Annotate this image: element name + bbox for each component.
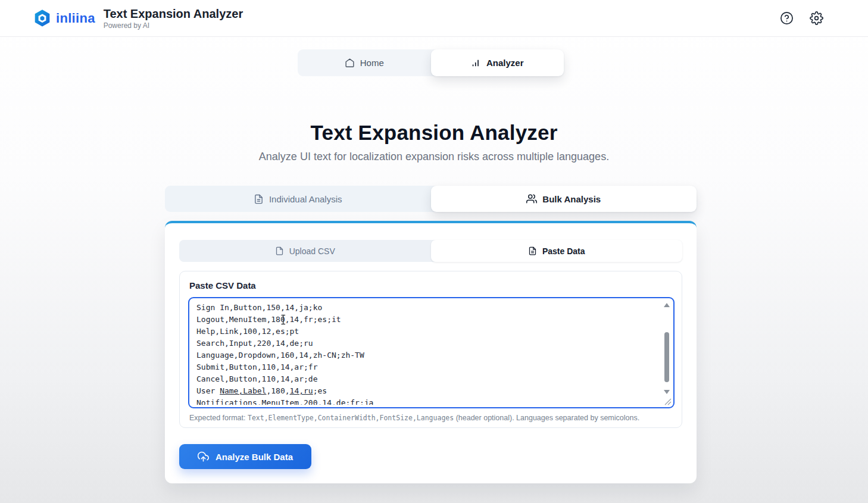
hint-suffix: (header optional). Languages separated b…	[454, 414, 639, 422]
paste-csv-panel: Paste CSV Data Sign In,Button,150,14,ja;…	[179, 271, 682, 428]
page: { "header": { "logo_text": "inliina", "t…	[0, 0, 868, 503]
users-icon	[526, 193, 537, 204]
input-method-tabs: Upload CSV Paste Data	[179, 240, 682, 262]
tab-analyzer[interactable]: Analyzer	[431, 49, 564, 76]
settings-button[interactable]	[810, 11, 824, 26]
scrollbar-up-arrow-icon[interactable]	[664, 303, 670, 307]
file-icon	[275, 246, 284, 255]
tab-home-label: Home	[360, 58, 384, 68]
file-text-icon	[254, 194, 264, 204]
clipboard-icon	[528, 246, 537, 255]
tab-paste-data[interactable]: Paste Data	[431, 240, 683, 262]
app-subtitle: Powered by AI	[104, 21, 243, 30]
analysis-mode-tabs: Individual Analysis Bulk Analysis	[165, 186, 697, 212]
bulk-analysis-card: Upload CSV Paste Data Paste CSV Data Sig…	[165, 221, 697, 483]
tab-upload-label: Upload CSV	[289, 246, 335, 256]
analyze-button-label: Analyze Bulk Data	[216, 452, 293, 462]
tab-paste-label: Paste Data	[542, 246, 585, 256]
logo-wordmark: inliina	[56, 11, 95, 26]
tab-bulk-label: Bulk Analysis	[542, 194, 601, 204]
brand[interactable]: inliina Text Expansion Analyzer Powered …	[33, 7, 243, 30]
hint-prefix: Expected format:	[189, 414, 248, 422]
help-circle-icon	[780, 11, 794, 25]
paste-csv-label: Paste CSV Data	[189, 280, 256, 290]
gear-icon	[810, 11, 823, 25]
resize-grip-icon[interactable]	[663, 396, 672, 405]
scrollbar-thumb[interactable]	[664, 332, 669, 382]
hexagon-logo-icon	[33, 9, 51, 28]
primary-nav: Home Analyzer	[298, 49, 564, 76]
cloud-upload-icon	[198, 451, 209, 463]
app-title-block: Text Expansion Analyzer Powered by AI	[104, 7, 243, 30]
csv-textarea[interactable]: Sign In,Button,150,14,ja;koLogout,MenuIt…	[188, 297, 675, 408]
app-title: Text Expansion Analyzer	[104, 7, 243, 20]
tab-analyzer-label: Analyzer	[486, 58, 524, 68]
page-subtitle: Analyze UI text for localization expansi…	[0, 151, 868, 163]
tab-upload-csv[interactable]: Upload CSV	[179, 240, 431, 262]
format-hint: Expected format: Text,ElementType,Contai…	[189, 414, 639, 422]
scrollbar-down-arrow-icon[interactable]	[664, 390, 670, 394]
tab-bulk-analysis[interactable]: Bulk Analysis	[431, 186, 697, 212]
tab-home[interactable]: Home	[298, 49, 431, 76]
bar-chart-icon	[471, 58, 481, 68]
page-title: Text Expansion Analyzer	[0, 121, 868, 145]
home-icon	[345, 58, 355, 68]
header-actions	[780, 11, 824, 26]
app-header: inliina Text Expansion Analyzer Powered …	[0, 0, 868, 37]
hint-code: Text,ElementType,ContainerWidth,FontSize…	[248, 414, 454, 422]
editor-scrollbar[interactable]	[662, 300, 672, 395]
tab-individual-label: Individual Analysis	[269, 194, 342, 204]
help-button[interactable]	[780, 11, 794, 26]
analyze-bulk-data-button[interactable]: Analyze Bulk Data	[179, 444, 311, 469]
tab-individual-analysis[interactable]: Individual Analysis	[165, 186, 431, 212]
csv-editor-content: Sign In,Button,150,14,ja;koLogout,MenuIt…	[196, 302, 659, 405]
